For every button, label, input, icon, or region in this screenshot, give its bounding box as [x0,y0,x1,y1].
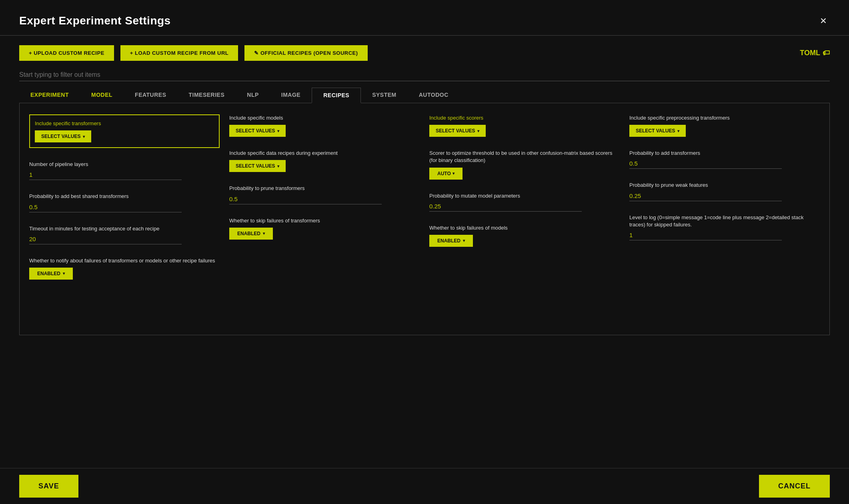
label-include-models: Include specific models [229,114,420,122]
toml-label: TOML [800,49,820,57]
modal-overlay: Expert Experiment Settings × + UPLOAD CU… [0,0,849,504]
content-area: Include specific transformers SELECT VAL… [19,103,830,335]
setting-include-specific-transformers: Include specific transformers SELECT VAL… [29,114,220,148]
load-url-button[interactable]: + LOAD CUSTOM RECIPE FROM URL [120,45,238,61]
value-level-log: 1 [629,232,782,240]
modal-body: + UPLOAD CUSTOM RECIPE + LOAD CUSTOM REC… [0,36,849,468]
skip-models-btn[interactable]: ENABLED ▾ [429,235,473,247]
setting-skip-transformers: Whether to skip failures of transformers… [229,217,420,240]
label-prob-best-shared: Probability to add best shared transform… [29,193,220,200]
tab-timeseries[interactable]: TIMESERIES [178,88,236,103]
save-button[interactable]: SAVE [19,475,78,498]
value-prob-prune-transformers: 0.5 [229,196,382,204]
modal-header: Expert Experiment Settings × [0,0,849,36]
label-prob-prune-weak: Probability to prune weak features [629,182,820,189]
skip-transformers-arrow-icon: ▾ [263,231,265,236]
close-button[interactable]: × [817,13,830,29]
settings-col3: Include specific scorers SELECT VALUES ▾… [429,114,620,280]
label-scorer-threshold: Scorer to optimize threshold to be used … [429,150,620,164]
label-prob-prune-transformers: Probability to prune transformers [229,185,420,192]
setting-timeout: Timeout in minutes for testing acceptanc… [29,225,220,244]
value-prob-mutate: 0.25 [429,203,582,212]
skip-models-arrow-icon: ▾ [463,238,465,243]
dropdown-arrow-icon: ▾ [83,134,85,139]
auto-dropdown-arrow-icon: ▾ [453,171,455,176]
label-skip-transformers: Whether to skip failures of transformers [229,217,420,224]
toolbar: + UPLOAD CUSTOM RECIPE + LOAD CUSTOM REC… [19,45,830,61]
value-prob-add-transformers: 0.5 [629,160,782,169]
label-skip-models: Whether to skip failures of models [429,224,620,232]
setting-prob-best-shared: Probability to add best shared transform… [29,193,220,212]
tab-system[interactable]: SYSTEM [361,88,408,103]
footer: SAVE CANCEL [0,468,849,504]
value-timeout: 20 [29,236,182,244]
label-prob-mutate: Probability to mutate model parameters [429,192,620,200]
setting-include-preprocessing: Include specific preprocessing transform… [629,114,820,137]
setting-include-scorers: Include specific scorers SELECT VALUES ▾ [429,114,620,137]
setting-include-models: Include specific models SELECT VALUES ▾ [229,114,420,137]
value-pipeline-layers: 1 [29,171,182,180]
cancel-button[interactable]: CANCEL [759,475,830,498]
data-recipes-dropdown-arrow-icon: ▾ [277,164,279,168]
select-data-recipes-btn[interactable]: SELECT VALUES ▾ [229,160,286,172]
select-preprocessing-btn[interactable]: SELECT VALUES ▾ [629,125,686,137]
highlighted-box: Include specific transformers SELECT VAL… [29,114,220,148]
toml-icon: 🏷 [823,49,830,57]
label-level-log: Level to log (0=simple message 1=code li… [629,214,820,228]
label-data-recipes: Include specific data recipes during exp… [229,150,420,157]
select-models-btn[interactable]: SELECT VALUES ▾ [229,125,286,137]
setting-pipeline-layers: Number of pipeline layers 1 [29,161,220,180]
tab-nlp[interactable]: NLP [236,88,270,103]
settings-col2: Include specific models SELECT VALUES ▾ … [229,114,420,280]
setting-prob-prune-weak: Probability to prune weak features 0.25 [629,182,820,201]
label-include-transformers: Include specific transformers [35,120,214,127]
notify-failures-btn[interactable]: ENABLED ▾ [29,268,73,280]
toml-button[interactable]: TOML 🏷 [800,49,830,57]
tab-experiment[interactable]: EXPERIMENT [19,88,80,103]
label-pipeline-layers: Number of pipeline layers [29,161,220,168]
filter-row [19,69,830,81]
label-include-scorers: Include specific scorers [429,114,620,122]
setting-level-log: Level to log (0=simple message 1=code li… [629,214,820,240]
label-timeout: Timeout in minutes for testing acceptanc… [29,225,220,232]
setting-scorer-threshold: Scorer to optimize threshold to be used … [429,150,620,179]
auto-scorer-btn[interactable]: AUTO ▾ [429,168,463,180]
label-notify-failures: Whether to notify about failures of tran… [29,257,220,264]
skip-transformers-btn[interactable]: ENABLED ▾ [229,228,273,240]
settings-grid: Include specific transformers SELECT VAL… [29,114,820,280]
label-include-preprocessing: Include specific preprocessing transform… [629,114,820,122]
setting-prob-mutate: Probability to mutate model parameters 0… [429,192,620,212]
tab-model[interactable]: MODEL [80,88,124,103]
official-recipes-button[interactable]: ✎ OFFICIAL RECIPES (OPEN SOURCE) [244,45,367,61]
setting-prob-prune-transformers: Probability to prune transformers 0.5 [229,185,420,204]
tab-image[interactable]: IMAGE [270,88,312,103]
tab-recipes[interactable]: RECIPES [312,88,361,103]
tabs-row: EXPERIMENT MODEL FEATURES TIMESERIES NLP… [19,88,830,103]
models-dropdown-arrow-icon: ▾ [277,129,279,133]
setting-data-recipes: Include specific data recipes during exp… [229,150,420,172]
filter-input[interactable] [19,69,830,81]
label-prob-add-transformers: Probability to add transformers [629,150,820,157]
scorers-dropdown-arrow-icon: ▾ [477,129,479,133]
setting-skip-models: Whether to skip failures of models ENABL… [429,224,620,247]
tab-features[interactable]: FEATURES [124,88,177,103]
settings-col4: Include specific preprocessing transform… [629,114,820,280]
preprocessing-dropdown-arrow-icon: ▾ [677,129,679,133]
value-prob-best-shared: 0.5 [29,204,182,212]
setting-notify-failures: Whether to notify about failures of tran… [29,257,220,280]
value-prob-prune-weak: 0.25 [629,192,782,201]
upload-recipe-button[interactable]: + UPLOAD CUSTOM RECIPE [19,45,114,61]
select-transformers-btn[interactable]: SELECT VALUES ▾ [35,130,91,142]
modal-title: Expert Experiment Settings [19,14,171,27]
tab-autodoc[interactable]: AUTODOC [408,88,460,103]
setting-prob-add-transformers: Probability to add transformers 0.5 [629,150,820,169]
enabled-dropdown-arrow-icon: ▾ [63,271,65,276]
select-scorers-btn[interactable]: SELECT VALUES ▾ [429,125,486,137]
settings-col1: Include specific transformers SELECT VAL… [29,114,220,280]
